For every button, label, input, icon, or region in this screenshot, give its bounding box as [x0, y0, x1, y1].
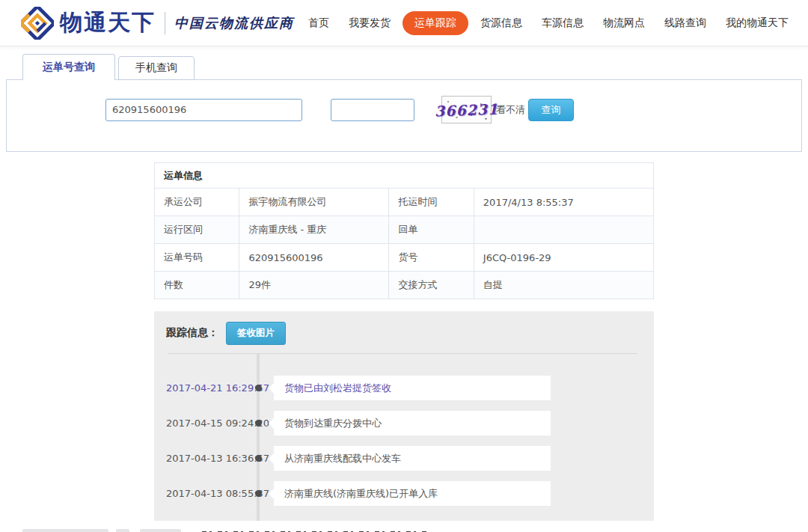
tab-phone-query[interactable]: 手机查询: [118, 56, 195, 80]
cell-value: 振宇物流有限公司: [239, 189, 389, 216]
query-tabs: 运单号查询 手机查询: [22, 54, 802, 80]
captcha-code-text: 366231: [434, 100, 498, 119]
nav-item-route-query[interactable]: 线路查询: [657, 12, 714, 34]
cell-label: 交接方式: [389, 272, 474, 299]
cell-label: 承运公司: [155, 189, 239, 216]
timeline-event: 2017-04-21 16:29:57 货物已由刘松岩提货签收: [166, 370, 642, 406]
diamond-logo-icon: [21, 7, 54, 40]
cell-value: 29件: [239, 272, 389, 299]
footer-blurred-block: [22, 529, 108, 532]
table-row: 运单号码 620915600196 货号 J6CQ-0196-29: [155, 244, 654, 272]
cell-value: 济南重庆线 - 重庆: [239, 216, 389, 244]
search-form-row: 366231 看不清 查询: [7, 80, 801, 123]
waybill-number-input[interactable]: [105, 99, 302, 121]
search-panel: 366231 看不清 查询: [6, 79, 802, 152]
table-row: 件数 29件 交接方式 自提: [155, 272, 654, 299]
cell-value: J6CQ-0196-29: [474, 244, 653, 272]
nav-item-cargo-info[interactable]: 货源信息: [473, 12, 530, 34]
query-button[interactable]: 查询: [528, 99, 574, 121]
timeline-event: 2017-04-13 08:55:37 济南重庆线(济南重庆线)已开单入库: [166, 476, 642, 511]
tracking-title: 跟踪信息：: [166, 326, 218, 340]
nav-item-ship[interactable]: 我要发货: [341, 12, 398, 34]
waybill-info-title: 运单信息: [155, 163, 654, 189]
receipt-image-button[interactable]: 签收图片: [226, 322, 286, 345]
timeline-event: 2017-04-13 16:36:57 从济南重庆线配载中心发车: [166, 441, 642, 476]
footer-blurred-block: [140, 529, 181, 532]
brand-tagline: 中国云物流供应商: [174, 14, 294, 32]
timeline-dot-icon: [255, 455, 262, 462]
brand-divider: [165, 12, 165, 34]
header: 物通天下 中国云物流供应商 首页 我要发货 运单跟踪 货源信息 车源信息 物流网…: [0, 0, 808, 46]
cell-value: 620915600196: [239, 244, 389, 272]
event-message: 从济南重庆线配载中心发车: [274, 446, 551, 471]
nav-item-vehicle-info[interactable]: 车源信息: [534, 12, 591, 34]
main-nav: 首页 我要发货 运单跟踪 货源信息 车源信息 物流网点 线路查询 我的物通天下: [301, 11, 796, 35]
event-message: 货物到达重庆分拨中心: [274, 411, 551, 435]
timeline-dot-icon: [255, 420, 262, 426]
timeline-dot-icon: [255, 385, 262, 391]
result-area: 运单信息 承运公司 振宇物流有限公司 托运时间 2017/4/13 8:55:3…: [154, 162, 654, 521]
nav-item-home[interactable]: 首页: [301, 12, 337, 34]
tracking-timeline: 2017-04-21 16:29:57 货物已由刘松岩提货签收 2017-04-…: [166, 354, 642, 521]
nav-item-my-account[interactable]: 我的物通天下: [718, 12, 796, 34]
brand-logo[interactable]: 物通天下 中国云物流供应商: [21, 7, 294, 40]
captcha-image[interactable]: 366231: [441, 96, 492, 123]
cell-value: 2017/4/13 8:55:37: [474, 189, 653, 216]
event-message: 货物已由刘松岩提货签收: [274, 376, 551, 400]
cell-value: 自提: [474, 272, 653, 299]
waybill-info-table: 运单信息 承运公司 振宇物流有限公司 托运时间 2017/4/13 8:55:3…: [154, 162, 654, 299]
search-section: 运单号查询 手机查询 366231 看不清 查询: [6, 54, 802, 152]
cell-label: 货号: [389, 244, 474, 272]
cell-label: 回单: [389, 216, 474, 244]
cell-label: 运行区间: [155, 216, 239, 244]
table-row: 运行区间 济南重庆线 - 重庆 回单: [155, 216, 654, 244]
tracking-panel: 跟踪信息： 签收图片 2017-04-21 16:29:57 货物已由刘松岩提货…: [154, 311, 654, 521]
table-row: 承运公司 振宇物流有限公司 托运时间 2017/4/13 8:55:37: [155, 189, 654, 216]
cell-value: [474, 216, 653, 244]
nav-item-logistics-outlets[interactable]: 物流网点: [596, 12, 652, 34]
event-time: 2017-04-21 16:29:57: [166, 382, 245, 394]
captcha-refresh-link[interactable]: 看不清: [496, 103, 525, 117]
captcha-input[interactable]: [331, 99, 414, 121]
footer-clipped-text: [22, 526, 808, 532]
timeline-dot-icon: [255, 490, 262, 497]
cell-label: 运单号码: [155, 244, 239, 272]
cell-label: 件数: [155, 272, 239, 299]
brand-name: 物通天下: [60, 7, 156, 38]
event-time: 2017-04-13 08:55:37: [166, 488, 245, 499]
tracking-header: 跟踪信息： 签收图片: [166, 322, 642, 344]
event-time: 2017-04-15 09:24:20: [166, 418, 245, 429]
timeline-event: 2017-04-15 09:24:20 货物到达重庆分拨中心: [166, 406, 642, 441]
footer-blurred-block: [116, 529, 129, 532]
event-time: 2017-04-13 16:36:57: [166, 453, 245, 464]
tab-waybill-number-query[interactable]: 运单号查询: [22, 54, 115, 80]
cell-label: 托运时间: [389, 189, 474, 216]
event-message: 济南重庆线(济南重庆线)已开单入库: [274, 481, 551, 506]
nav-item-waybill-tracking[interactable]: 运单跟踪: [403, 11, 468, 35]
